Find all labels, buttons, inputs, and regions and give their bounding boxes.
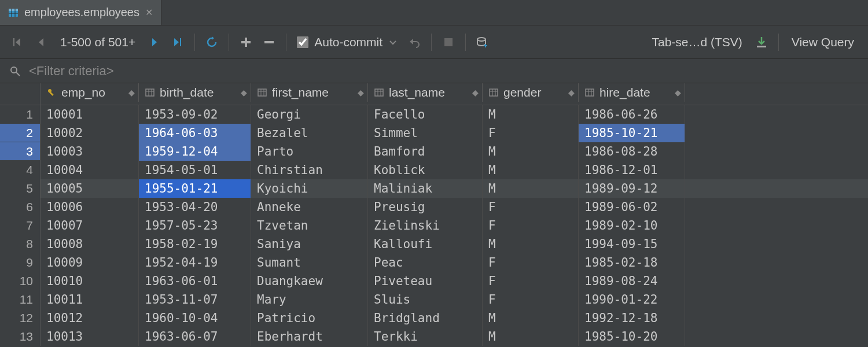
close-icon[interactable]: ✕ [145, 7, 153, 18]
cell-last_name[interactable]: Preusig [368, 198, 483, 216]
export-button[interactable] [752, 32, 771, 52]
row-number[interactable]: 10 [0, 272, 40, 290]
data-format-label[interactable]: Tab-se…d (TSV) [646, 35, 748, 49]
cell-birth_date[interactable]: 1963-06-01 [139, 272, 251, 290]
cell-gender[interactable]: M [483, 309, 579, 327]
cell-birth_date[interactable]: 1959-12-04 [139, 142, 251, 161]
cell-hire_date[interactable]: 1989-06-02 [579, 198, 685, 216]
table-row[interactable]: 100051955-01-21KyoichiMaliniakM1989-09-1… [41, 179, 868, 198]
cell-first_name[interactable]: Sumant [251, 253, 368, 272]
table-row[interactable]: 100071957-05-23TzvetanZielinskiF1989-02-… [41, 216, 868, 235]
cell-hire_date[interactable]: 1989-09-12 [579, 179, 685, 198]
cell-birth_date[interactable]: 1957-05-23 [139, 216, 251, 235]
cell-last_name[interactable]: Zielinski [368, 216, 483, 235]
cell-emp_no[interactable]: 10013 [41, 327, 139, 346]
table-row[interactable]: 100081958-02-19SaniyaKalloufiM1994-09-15 [41, 235, 868, 253]
cell-gender[interactable]: F [483, 253, 579, 272]
table-row[interactable]: 100111953-11-07MarySluisF1990-01-22 [41, 290, 868, 309]
table-row[interactable]: 100031959-12-04PartoBamfordM1986-08-28 [41, 142, 868, 161]
cell-gender[interactable]: M [483, 179, 579, 198]
cell-emp_no[interactable]: 10004 [41, 161, 139, 179]
table-row[interactable]: 100021964-06-03BezalelSimmelF1985-10-21 [41, 124, 868, 142]
table-row[interactable]: 100041954-05-01ChirstianKoblickM1986-12-… [41, 161, 868, 179]
cell-gender[interactable]: M [483, 161, 579, 179]
cell-hire_date[interactable]: 1986-06-26 [579, 105, 685, 124]
table-row[interactable]: 100131963-06-07EberhardtTerkkiM1985-10-2… [41, 327, 868, 346]
rollback-button[interactable] [404, 32, 424, 52]
row-number[interactable]: 2 [0, 124, 40, 142]
row-number[interactable]: 5 [0, 179, 40, 198]
first-page-button[interactable] [8, 32, 28, 52]
last-page-button[interactable] [168, 32, 187, 52]
cell-emp_no[interactable]: 10008 [41, 235, 139, 253]
cell-last_name[interactable]: Sluis [368, 290, 483, 309]
cell-first_name[interactable]: Anneke [251, 198, 368, 216]
cell-hire_date[interactable]: 1989-02-10 [579, 216, 685, 235]
row-number[interactable]: 11 [0, 290, 40, 309]
column-header-gender[interactable]: gender◆ [483, 83, 579, 102]
cell-last_name[interactable]: Terkki [368, 327, 483, 346]
ddl-button[interactable] [473, 32, 492, 52]
cell-last_name[interactable]: Koblick [368, 161, 483, 179]
tab-employees[interactable]: employees.employees ✕ [0, 0, 161, 25]
cell-emp_no[interactable]: 10009 [41, 253, 139, 272]
cell-first_name[interactable]: Tzvetan [251, 216, 368, 235]
filter-input[interactable]: <Filter criteria> [29, 64, 114, 79]
cell-birth_date[interactable]: 1954-05-01 [139, 161, 251, 179]
cell-birth_date[interactable]: 1963-06-07 [139, 327, 251, 346]
cell-emp_no[interactable]: 10011 [41, 290, 139, 309]
cell-hire_date[interactable]: 1986-12-01 [579, 161, 685, 179]
cell-birth_date[interactable]: 1955-01-21 [139, 179, 251, 198]
column-header-birth_date[interactable]: birth_date◆ [139, 83, 251, 102]
cell-gender[interactable]: F [483, 124, 579, 142]
cell-hire_date[interactable]: 1989-08-24 [579, 272, 685, 290]
cell-first_name[interactable]: Bezalel [251, 124, 368, 142]
cell-first_name[interactable]: Mary [251, 290, 368, 309]
cell-first_name[interactable]: Georgi [251, 105, 368, 124]
cell-first_name[interactable]: Chirstian [251, 161, 368, 179]
cell-emp_no[interactable]: 10010 [41, 272, 139, 290]
cell-last_name[interactable]: Simmel [368, 124, 483, 142]
cell-birth_date[interactable]: 1953-11-07 [139, 290, 251, 309]
cell-last_name[interactable]: Piveteau [368, 272, 483, 290]
cell-hire_date[interactable]: 1985-10-20 [579, 327, 685, 346]
cell-birth_date[interactable]: 1953-09-02 [139, 105, 251, 124]
cell-emp_no[interactable]: 10005 [41, 179, 139, 198]
cell-last_name[interactable]: Kalloufi [368, 235, 483, 253]
cell-gender[interactable]: F [483, 198, 579, 216]
cell-hire_date[interactable]: 1986-08-28 [579, 142, 685, 161]
remove-row-button[interactable] [259, 32, 279, 52]
column-header-last_name[interactable]: last_name◆ [368, 83, 483, 102]
cell-hire_date[interactable]: 1994-09-15 [579, 235, 685, 253]
refresh-button[interactable] [202, 32, 222, 52]
cell-gender[interactable]: F [483, 272, 579, 290]
row-number[interactable]: 3 [0, 142, 40, 161]
cell-emp_no[interactable]: 10007 [41, 216, 139, 235]
cell-last_name[interactable]: Peac [368, 253, 483, 272]
add-row-button[interactable] [236, 32, 256, 52]
row-number[interactable]: 1 [0, 105, 40, 124]
row-number[interactable]: 8 [0, 235, 40, 253]
table-row[interactable]: 100121960-10-04PatricioBridglandM1992-12… [41, 309, 868, 327]
cell-first_name[interactable]: Duangkaew [251, 272, 368, 290]
cell-first_name[interactable]: Patricio [251, 309, 368, 327]
cell-first_name[interactable]: Saniya [251, 235, 368, 253]
cell-first_name[interactable]: Eberhardt [251, 327, 368, 346]
column-header-first_name[interactable]: first_name◆ [251, 83, 368, 102]
cell-birth_date[interactable]: 1960-10-04 [139, 309, 251, 327]
cell-hire_date[interactable]: 1985-10-21 [579, 124, 685, 142]
cell-emp_no[interactable]: 10006 [41, 198, 139, 216]
prev-page-button[interactable] [31, 32, 51, 52]
stop-button[interactable] [439, 32, 458, 52]
cell-birth_date[interactable]: 1964-06-03 [139, 124, 251, 142]
cell-birth_date[interactable]: 1953-04-20 [139, 198, 251, 216]
cell-last_name[interactable]: Facello [368, 105, 483, 124]
row-number[interactable]: 13 [0, 327, 40, 346]
row-number[interactable]: 4 [0, 161, 40, 179]
autocommit-checkbox[interactable] [297, 36, 308, 48]
row-number[interactable]: 7 [0, 216, 40, 235]
cell-first_name[interactable]: Parto [251, 142, 368, 161]
cell-birth_date[interactable]: 1952-04-19 [139, 253, 251, 272]
cell-gender[interactable]: M [483, 105, 579, 124]
cell-gender[interactable]: M [483, 235, 579, 253]
